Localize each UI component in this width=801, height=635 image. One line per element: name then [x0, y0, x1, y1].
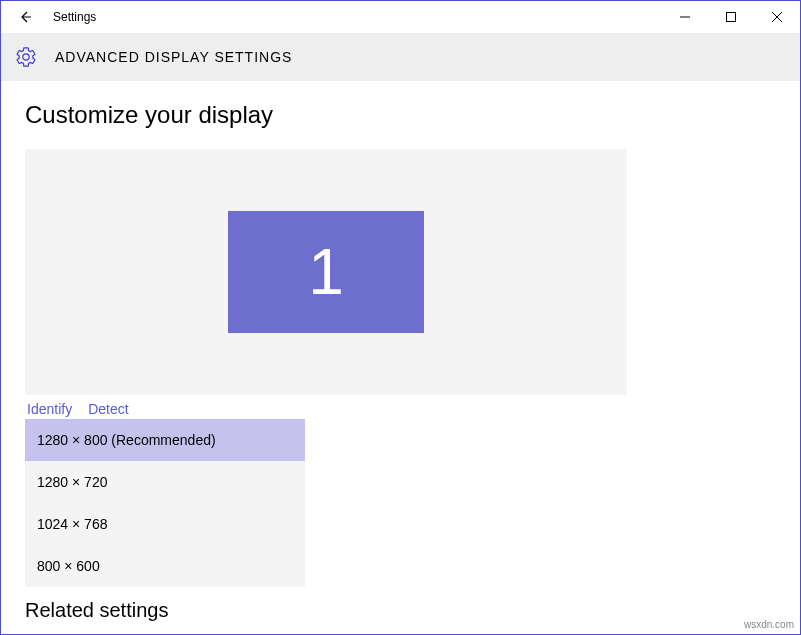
close-button[interactable]	[754, 1, 800, 33]
watermark: wsxdn.com	[744, 619, 794, 630]
resolution-option[interactable]: 800 × 600	[25, 545, 305, 587]
minimize-button[interactable]	[662, 1, 708, 33]
back-arrow-icon	[17, 9, 33, 25]
svg-rect-0	[727, 12, 736, 21]
window-controls	[662, 1, 800, 33]
close-icon	[772, 12, 782, 22]
detect-link[interactable]: Detect	[88, 401, 128, 417]
resolution-option[interactable]: 1280 × 720	[25, 461, 305, 503]
header-bar: ADVANCED DISPLAY SETTINGS	[1, 33, 800, 81]
monitor-tile[interactable]: 1	[228, 211, 424, 333]
resolution-dropdown[interactable]: 1280 × 800 (Recommended) 1280 × 720 1024…	[25, 419, 305, 587]
resolution-option[interactable]: 1280 × 800 (Recommended)	[25, 419, 305, 461]
page-title: ADVANCED DISPLAY SETTINGS	[55, 49, 292, 65]
monitor-number: 1	[308, 235, 344, 309]
related-settings-heading: Related settings	[25, 599, 776, 622]
maximize-button[interactable]	[708, 1, 754, 33]
resolution-option[interactable]: 1024 × 768	[25, 503, 305, 545]
maximize-icon	[726, 12, 736, 22]
content-area: Customize your display 1 Identify Detect…	[1, 81, 800, 622]
back-button[interactable]	[1, 1, 49, 33]
display-preview: 1	[25, 149, 627, 395]
window-title: Settings	[53, 10, 96, 24]
gear-icon	[15, 46, 37, 68]
identify-link[interactable]: Identify	[27, 401, 72, 417]
minimize-icon	[680, 12, 690, 22]
page-heading: Customize your display	[25, 101, 776, 129]
titlebar: Settings	[1, 1, 800, 33]
link-row: Identify Detect	[25, 401, 776, 417]
